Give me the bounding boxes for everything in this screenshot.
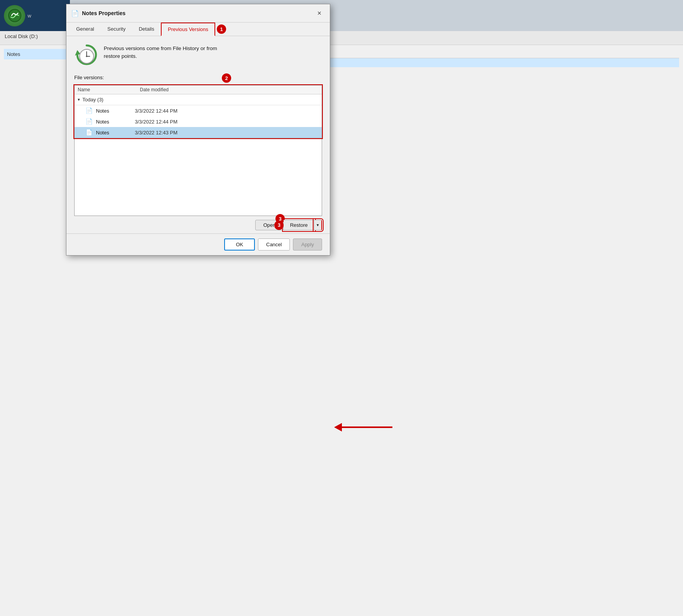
apply-button: Apply: [293, 238, 322, 251]
ok-button[interactable]: OK: [224, 238, 255, 251]
tab-details[interactable]: Details: [132, 23, 161, 36]
title-bar: 📄 Notes Properties ×: [66, 4, 330, 23]
svg-point-0: [9, 9, 21, 22]
tab-previous-versions[interactable]: Previous Versions: [161, 23, 215, 36]
restore-button[interactable]: Restore: [284, 220, 314, 230]
badge-1: 1: [217, 24, 226, 34]
tab-general[interactable]: General: [70, 23, 101, 36]
file-icon-3: 📄: [85, 129, 93, 136]
info-line2: restore points.: [104, 53, 137, 59]
svg-point-5: [86, 56, 87, 57]
file-item-1[interactable]: 📄 Notes 3/3/2022 12:44 PM: [75, 105, 322, 116]
badge-2: 2: [222, 73, 231, 83]
clock-icon: [74, 42, 98, 66]
tab-previous-versions-label: Previous Versions: [168, 26, 208, 32]
col-name-header: Name: [78, 87, 140, 92]
cancel-button[interactable]: Cancel: [258, 238, 290, 251]
group-header: ▾ Today (3): [75, 94, 322, 105]
file-list-header: Name Date modified: [75, 85, 322, 94]
file-list-box: Name Date modified ▾ Today (3) 📄 Notes 3…: [74, 85, 322, 138]
info-line1: Previous versions come from File History…: [104, 45, 217, 51]
group-label: Today (3): [82, 97, 103, 103]
file-date-2: 3/3/2022 12:44 PM: [135, 119, 178, 125]
col-date-header: Date modified: [140, 87, 319, 92]
file-icon-2: 📄: [85, 118, 93, 125]
file-name-3: Notes: [96, 130, 135, 136]
file-item-3[interactable]: 📄 Notes 3/3/2022 12:43 PM: [75, 127, 322, 138]
explorer-path: Local Disk (D:): [5, 33, 38, 39]
dialog-icon: 📄: [71, 10, 79, 17]
preview-box: [74, 138, 322, 216]
close-button[interactable]: ×: [314, 7, 325, 19]
left-item-notes: Notes: [4, 49, 66, 59]
notes-properties-dialog: 📄 Notes Properties × General Security De…: [66, 4, 330, 256]
file-date-1: 3/3/2022 12:44 PM: [135, 108, 178, 114]
file-name-2: Notes: [96, 119, 135, 125]
info-row: Previous versions come from File History…: [74, 42, 322, 66]
app-label: w: [28, 13, 31, 19]
info-text: Previous versions come from File History…: [104, 42, 217, 61]
dialog-title: Notes Properties: [82, 10, 314, 16]
taskbar: w: [0, 0, 70, 31]
file-icon-1: 📄: [85, 107, 93, 114]
restore-dropdown-button[interactable]: ▾: [314, 220, 322, 230]
tab-security[interactable]: Security: [101, 23, 132, 36]
badge-3: 3: [274, 221, 284, 230]
tabs-bar: General Security Details Previous Versio…: [66, 23, 330, 36]
section-label: File versions: 2: [74, 73, 322, 83]
file-item-2[interactable]: 📄 Notes 3/3/2022 12:44 PM: [75, 116, 322, 127]
arrow-line: [338, 426, 392, 428]
file-date-3: 3/3/2022 12:43 PM: [135, 130, 178, 136]
chevron-down-icon: ▾: [78, 97, 80, 102]
left-panel: Notes: [4, 49, 66, 67]
dialog-footer: OK Cancel Apply: [66, 233, 330, 255]
dialog-content: Previous versions come from File History…: [66, 36, 330, 233]
arrow-head: [334, 423, 342, 432]
file-name-1: Notes: [96, 108, 135, 114]
app-logo: [4, 5, 25, 26]
